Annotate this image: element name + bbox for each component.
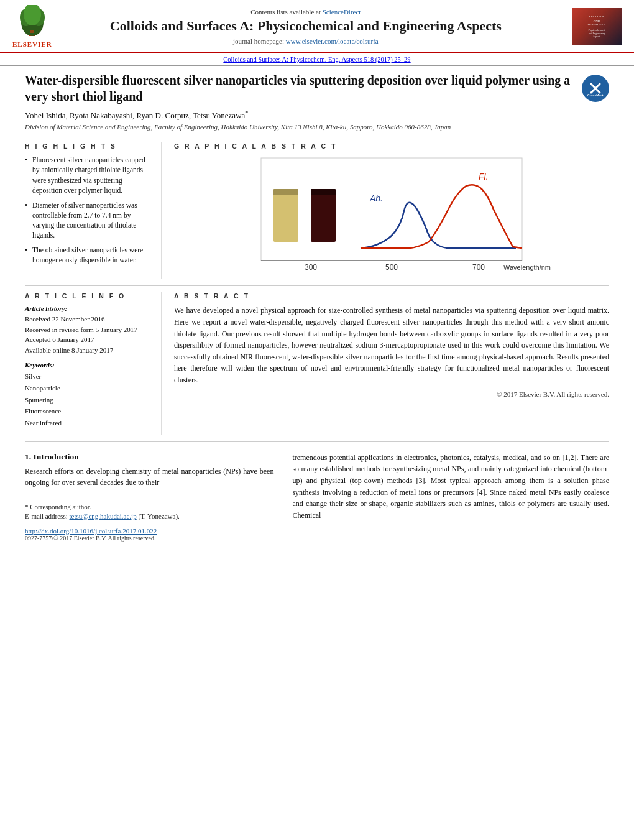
contents-label: Contents lists available at bbox=[250, 8, 321, 16]
available-text: Available online 8 January 2017 bbox=[25, 345, 151, 356]
svg-text:CrossMark: CrossMark bbox=[587, 93, 604, 97]
crossmark-icon: CrossMark bbox=[586, 79, 605, 98]
intro-right: tremendous potential applications in ele… bbox=[292, 452, 609, 542]
highlights-list: Fluorescent silver nanoparticles capped … bbox=[25, 155, 151, 265]
email-link[interactable]: tetsu@eng.hakudai.ac.jp bbox=[69, 512, 136, 520]
article-history-block: Article history: Received 22 November 20… bbox=[25, 305, 151, 355]
svg-rect-11 bbox=[311, 192, 336, 242]
elsevier-tree-icon bbox=[14, 5, 51, 39]
authors-text: Yohei Ishida, Ryota Nakabayashi, Ryan D.… bbox=[25, 111, 245, 120]
title-text-area: Water-dispersible fluorescent silver nan… bbox=[25, 72, 572, 131]
intro-section: 1. Introduction Research efforts on deve… bbox=[25, 448, 609, 542]
doi-bar: Colloids and Surfaces A: Physicochem. En… bbox=[0, 53, 634, 66]
received-revised-text: Received in revised form 5 January 2017 bbox=[25, 325, 151, 335]
svg-text:Ab.: Ab. bbox=[369, 193, 383, 203]
article-info-heading: A R T I C L E I N F O bbox=[25, 292, 151, 300]
footnote-email: E-mail address: tetsu@eng.hakudai.ac.jp … bbox=[25, 512, 273, 520]
svg-text:Fl.: Fl. bbox=[479, 172, 489, 182]
keyword-silver: Silver bbox=[25, 371, 151, 382]
keywords-label: Keywords: bbox=[25, 361, 151, 369]
chart-svg: Ab. Fl. 300 500 700 Wavelength/nm bbox=[174, 155, 609, 279]
crossmark: CrossMark bbox=[582, 75, 609, 102]
graphical-chart: Ab. Fl. 300 500 700 Wavelength/nm bbox=[174, 155, 609, 279]
abstract-copyright: © 2017 Elsevier B.V. All rights reserved… bbox=[174, 390, 609, 398]
elsevier-logo: ELSEVIER bbox=[12, 5, 52, 48]
abstract-text: We have developed a novel physical appro… bbox=[174, 305, 609, 385]
intro-right-text: tremendous potential applications in ele… bbox=[292, 452, 609, 522]
list-item: Fluorescent silver nanoparticles capped … bbox=[25, 155, 151, 195]
graphical-abstract-col: G R A P H I C A L A B S T R A C T bbox=[162, 142, 609, 279]
svg-text:500: 500 bbox=[385, 263, 398, 272]
title-section: Water-dispersible fluorescent silver nan… bbox=[25, 72, 609, 137]
sciencedirect-link[interactable]: ScienceDirect bbox=[323, 8, 361, 16]
article-main: Water-dispersible fluorescent silver nan… bbox=[0, 66, 634, 542]
doi-footer-link[interactable]: http://dx.doi.org/10.1016/j.colsurfa.201… bbox=[25, 527, 157, 535]
email-label: E-mail address: bbox=[25, 512, 68, 520]
svg-rect-12 bbox=[311, 189, 336, 195]
email-suffix: (T. Yonezawa). bbox=[138, 512, 179, 520]
keyword-fluorescence: Fluorescence bbox=[25, 405, 151, 417]
history-label: Article history: bbox=[25, 305, 151, 312]
keyword-near-infrared: Near infrared bbox=[25, 417, 151, 429]
intro-heading: 1. Introduction bbox=[25, 452, 273, 462]
list-item: The obtained silver nanoparticles were h… bbox=[25, 245, 151, 265]
highlights-graphical-section: H I G H L I G H T S Fluorescent silver n… bbox=[25, 142, 609, 286]
crossmark-badge: CrossMark bbox=[582, 75, 609, 102]
info-abstract-section: A R T I C L E I N F O Article history: R… bbox=[25, 292, 609, 441]
graphical-abstract-heading: G R A P H I C A L A B S T R A C T bbox=[174, 142, 609, 150]
page: ELSEVIER Contents lists available at Sci… bbox=[0, 0, 634, 554]
highlights-heading: H I G H L I G H T S bbox=[25, 142, 151, 150]
svg-rect-10 bbox=[273, 189, 298, 195]
received-text: Received 22 November 2016 bbox=[25, 314, 151, 325]
highlights-col: H I G H L I G H T S Fluorescent silver n… bbox=[25, 142, 162, 279]
corner-logo: COLLOIDSANDSURFACES A Physicochemicaland… bbox=[572, 8, 622, 45]
elsevier-name: ELSEVIER bbox=[12, 40, 52, 48]
intro-left-text: Research efforts on developing chemistry… bbox=[25, 466, 273, 489]
journal-title: Colloids and Surfaces A: Physicochemical… bbox=[65, 18, 547, 34]
authors: Yohei Ishida, Ryota Nakabayashi, Ryan D.… bbox=[25, 109, 572, 121]
header-center: Contents lists available at ScienceDirec… bbox=[52, 8, 559, 44]
article-info: A R T I C L E I N F O Article history: R… bbox=[25, 292, 162, 435]
accepted-text: Accepted 6 January 2017 bbox=[25, 335, 151, 345]
svg-text:Wavelength/nm: Wavelength/nm bbox=[503, 264, 551, 271]
svg-text:700: 700 bbox=[472, 263, 485, 272]
sd-link: Contents lists available at ScienceDirec… bbox=[65, 8, 547, 16]
list-item: Diameter of silver nanoparticles was con… bbox=[25, 200, 151, 240]
homepage-url[interactable]: www.elsevier.com/locate/colsurfa bbox=[286, 37, 379, 45]
footer-bar: http://dx.doi.org/10.1016/j.colsurfa.201… bbox=[25, 527, 273, 542]
footnote-star-label: * Corresponding author. bbox=[25, 503, 91, 510]
header-logo-right: COLLOIDSANDSURFACES A Physicochemicaland… bbox=[559, 8, 622, 45]
journal-homepage: journal homepage: www.elsevier.com/locat… bbox=[65, 37, 547, 45]
footnote-area: * Corresponding author. E-mail address: … bbox=[25, 499, 273, 520]
svg-rect-5 bbox=[30, 30, 34, 33]
star-marker: * bbox=[245, 109, 248, 116]
affiliation: Division of Material Science and Enginee… bbox=[25, 123, 572, 131]
intro-left: 1. Introduction Research efforts on deve… bbox=[25, 452, 273, 542]
abstract-heading: A B S T R A C T bbox=[174, 292, 609, 300]
abstract-col: A B S T R A C T We have developed a nove… bbox=[162, 292, 609, 435]
keyword-nanoparticle: Nanoparticle bbox=[25, 382, 151, 394]
keyword-sputtering: Sputtering bbox=[25, 394, 151, 406]
doi-bar-link[interactable]: Colloids and Surfaces A: Physicochem. En… bbox=[223, 56, 410, 63]
article-title: Water-dispersible fluorescent silver nan… bbox=[25, 72, 572, 104]
homepage-label: journal homepage: bbox=[233, 37, 284, 45]
keywords-block: Keywords: Silver Nanoparticle Sputtering… bbox=[25, 361, 151, 428]
svg-rect-9 bbox=[273, 192, 298, 242]
issn-text: 0927-7757/© 2017 Elsevier B.V. All right… bbox=[25, 535, 155, 542]
footnote-star: * Corresponding author. bbox=[25, 503, 273, 510]
journal-header: ELSEVIER Contents lists available at Sci… bbox=[0, 0, 634, 53]
svg-text:300: 300 bbox=[305, 263, 317, 272]
